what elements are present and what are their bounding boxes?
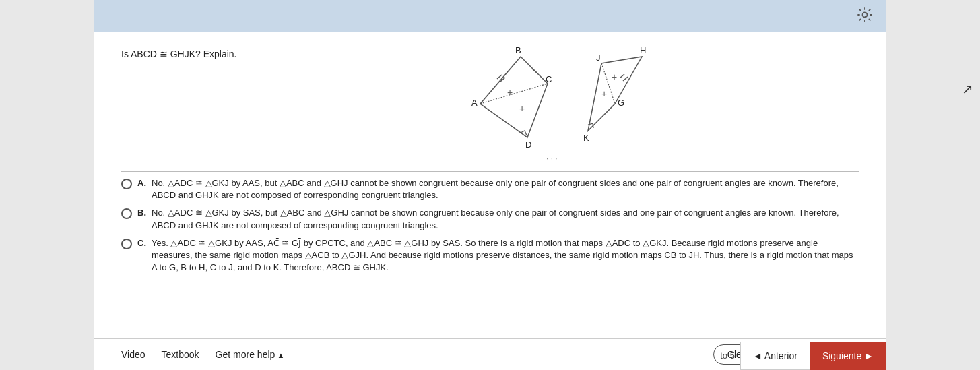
svg-text:+: + — [519, 103, 525, 114]
top-bar — [94, 0, 886, 32]
option-c-text: Yes. △ADC ≅ △GKJ by AAS, AC̄ ≅ GJ̄ by CP… — [152, 237, 859, 274]
svg-text:G: G — [618, 98, 624, 108]
options-area: A. No. △ADC ≅ △GKJ by AAS, but △ABC and … — [121, 177, 859, 274]
bottom-links: Video Textbook Get more help — [121, 349, 284, 360]
svg-marker-12 — [588, 57, 642, 131]
anterior-button[interactable]: ◄ Anterior — [740, 342, 810, 370]
gear-icon[interactable] — [857, 7, 872, 25]
svg-line-2 — [497, 75, 502, 79]
option-a-row: A. No. △ADC ≅ △GKJ by AAS, but △ABC and … — [121, 177, 859, 202]
question-header: Is ABCD ≅ GHJK? Explain. B C — [121, 43, 859, 164]
question-text: Is ABCD ≅ GHJK? Explain. — [121, 49, 237, 59]
svg-text:A: A — [471, 98, 478, 108]
svg-text:C: C — [546, 74, 552, 84]
option-a-radio[interactable] — [121, 179, 132, 189]
svg-text:+: + — [612, 71, 617, 82]
svg-text:B: B — [515, 45, 521, 55]
svg-text:J: J — [596, 53, 601, 63]
svg-text:+: + — [601, 88, 607, 99]
option-c-label: C. — [137, 238, 146, 248]
option-a-text: No. △ADC ≅ △GKJ by AAS, but △ABC and △GH… — [152, 177, 859, 202]
siguiente-button[interactable]: Siguiente ► — [810, 342, 886, 370]
svg-line-4 — [532, 69, 537, 73]
svg-marker-1 — [480, 57, 548, 137]
svg-text:· · ·: · · · — [546, 154, 558, 163]
svg-text:+: + — [507, 87, 513, 98]
option-b-label: B. — [137, 208, 146, 218]
content-area: Is ABCD ≅ GHJK? Explain. B C — [94, 32, 886, 338]
svg-text:K: K — [583, 133, 589, 143]
option-b-row: B. No. △ADC ≅ △GKJ by SAS, but △ABC and … — [121, 207, 859, 231]
option-c-row: C. Yes. △ADC ≅ △GKJ by AAS, AC̄ ≅ GJ̄ by… — [121, 237, 859, 274]
svg-text:H: H — [640, 45, 646, 55]
svg-line-9 — [480, 84, 548, 104]
nav-buttons: to 5 ◄ Anterior Siguiente ► — [715, 342, 886, 370]
option-c-radio[interactable] — [121, 239, 132, 249]
option-a-label: A. — [137, 178, 146, 188]
page-info: to 5 — [715, 342, 740, 370]
cursor: ↗ — [962, 81, 973, 97]
svg-point-0 — [863, 13, 868, 18]
svg-line-14 — [623, 77, 628, 81]
video-link[interactable]: Video — [121, 349, 145, 360]
more-help-link[interactable]: Get more help — [216, 349, 285, 360]
diagram-area: B C A D + + — [264, 43, 859, 164]
svg-text:D: D — [525, 140, 531, 150]
geometry-diagram: B C A D + + — [440, 43, 682, 164]
option-b-text: No. △ADC ≅ △GKJ by SAS, but △ABC and △GH… — [152, 207, 859, 231]
svg-line-13 — [620, 74, 624, 78]
textbook-link[interactable]: Textbook — [162, 349, 199, 360]
section-divider — [121, 171, 859, 172]
option-b-radio[interactable] — [121, 208, 132, 219]
